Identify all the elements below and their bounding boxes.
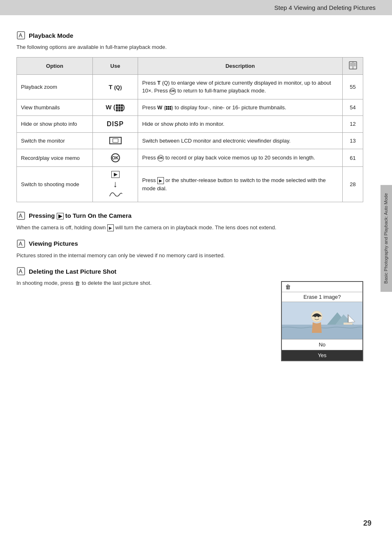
svg-point-33 <box>318 316 319 317</box>
pencil-icon-2 <box>16 211 25 220</box>
svg-rect-12 <box>17 212 25 219</box>
page-cell: 13 <box>343 132 363 149</box>
play-icon-body: ▶ <box>107 224 114 231</box>
table-row: Record/play voice memo OK Press OK to re… <box>17 149 363 167</box>
svg-line-21 <box>19 269 21 273</box>
viewing-pictures-header: Viewing Pictures <box>16 239 363 248</box>
page-number: 29 <box>363 519 371 528</box>
svg-rect-28 <box>344 323 353 325</box>
svg-rect-20 <box>17 268 25 275</box>
book-icon <box>348 61 357 70</box>
playback-mode-header: Playback Mode <box>16 31 363 40</box>
svg-line-14 <box>21 214 22 218</box>
option-cell: View thumbnails <box>17 99 93 116</box>
grid-icon-inline <box>166 106 171 110</box>
erase-dialog-image <box>282 302 362 339</box>
th-page <box>343 57 363 74</box>
svg-rect-0 <box>17 32 25 39</box>
erase-yes-button[interactable]: Yes <box>282 350 362 360</box>
erase-dialog-title: Erase 1 image? <box>282 292 362 302</box>
svg-line-2 <box>21 33 22 37</box>
erase-dialog-top: 🗑 <box>282 282 362 292</box>
table-row: View thumbnails W () Press W () to displ… <box>17 99 363 116</box>
desc-cell: Switch between LCD monitor and electroni… <box>138 132 343 149</box>
monitor-icon <box>109 137 122 144</box>
deleting-last-section: 🗑 Erase 1 image? <box>16 279 363 361</box>
svg-line-22 <box>21 269 22 273</box>
squiggle-icon <box>108 190 123 198</box>
deleting-body-prefix: In shooting mode, press <box>16 280 74 286</box>
pressing-play-title: Pressing ▶ to Turn On the Camera <box>29 212 131 219</box>
erase-dialog-svg <box>282 302 362 339</box>
svg-line-13 <box>19 214 21 218</box>
side-tab-label: Basic Photography and Playback: Auto Mod… <box>380 185 392 292</box>
svg-line-1 <box>19 33 21 37</box>
page-cell: 55 <box>343 74 363 99</box>
pencil-icon-4 <box>16 267 25 276</box>
use-cell: W () <box>93 99 138 116</box>
table-row: Switch the monitor Switch between LCD mo… <box>17 132 363 149</box>
desc-cell: Hide or show photo info in monitor. <box>138 116 343 133</box>
pencil-icon-3 <box>16 239 25 248</box>
play-icon-inline: ▶ <box>157 177 164 184</box>
shoot-icons: ▶ ↓ <box>97 171 134 198</box>
desc-cell: Press ▶ or the shutter-release button to… <box>138 167 343 202</box>
trash-icon: 🗑 <box>285 284 291 290</box>
table-row: Hide or show photo info DISP Hide or sho… <box>17 116 363 133</box>
page-cell: 61 <box>343 149 363 167</box>
main-content: Playback Mode The following options are … <box>0 15 392 369</box>
svg-line-17 <box>19 242 21 246</box>
page-cell: 54 <box>343 99 363 116</box>
monitor-inner <box>113 138 118 143</box>
desc-cell: Press OK to record or play back voice me… <box>138 149 343 167</box>
deleting-last-title: Deleting the Last Picture Shot <box>29 268 116 275</box>
header-bar: Step 4 Viewing and Deleting Pictures <box>0 0 392 15</box>
pressing-play-body: When the camera is off, holding down ▶ w… <box>16 224 363 232</box>
th-option: Option <box>17 57 93 74</box>
erase-dialog: 🗑 Erase 1 image? <box>281 281 363 361</box>
page-cell: 28 <box>343 167 363 202</box>
svg-rect-16 <box>17 240 25 247</box>
pencil-icon <box>16 31 25 40</box>
erase-dialog-wrap: 🗑 Erase 1 image? <box>281 281 363 361</box>
use-cell: T (Q) <box>93 74 138 99</box>
desc-cell: Press T (Q) to enlarge view of picture c… <box>138 74 343 99</box>
viewing-pictures-body: Pictures stored in the internal memory c… <box>16 252 363 260</box>
options-table: Option Use Description <box>16 57 363 203</box>
use-cell: DISP <box>93 116 138 133</box>
use-cell: OK <box>93 149 138 167</box>
trash-symbol-inline: 🗑 <box>75 280 82 286</box>
deleting-body-suffix: to delete the last picture shot. <box>82 280 152 286</box>
option-cell: Hide or show photo info <box>17 116 93 133</box>
desc-cell: Press W () to display four-, nine- or 16… <box>138 99 343 116</box>
play-icon-title: ▶ <box>57 213 64 219</box>
viewing-pictures-title: Viewing Pictures <box>29 240 78 247</box>
grid-icon <box>116 104 123 111</box>
use-cell: ▶ ↓ <box>93 167 138 202</box>
table-row: Playback zoom T (Q) Press T (Q) to enlar… <box>17 74 363 99</box>
use-cell <box>93 132 138 149</box>
svg-line-18 <box>21 242 22 246</box>
option-cell: Record/play voice memo <box>17 149 93 167</box>
ok-icon: OK <box>169 88 176 95</box>
ok-icon-inline: OK <box>157 155 164 162</box>
option-cell: Switch to shooting mode <box>17 167 93 202</box>
option-cell: Switch the monitor <box>17 132 93 149</box>
svg-rect-27 <box>282 325 362 339</box>
page-cell: 12 <box>343 116 363 133</box>
table-row: Switch to shooting mode ▶ ↓ Press ▶ or t… <box>17 167 363 202</box>
erase-no-button[interactable]: No <box>282 339 362 350</box>
playback-mode-body: The following options are available in f… <box>16 43 363 51</box>
playback-mode-title: Playback Mode <box>29 32 73 39</box>
svg-point-32 <box>314 316 316 317</box>
play-box-icon: ▶ <box>111 171 120 178</box>
erase-dialog-buttons: No Yes <box>282 339 362 360</box>
page-title: Step 4 Viewing and Deleting Pictures <box>274 4 376 11</box>
pressing-play-header: Pressing ▶ to Turn On the Camera <box>16 211 363 220</box>
deleting-last-header: Deleting the Last Picture Shot <box>16 267 363 276</box>
ok-button-icon: OK <box>111 153 120 162</box>
th-description: Description <box>138 57 343 74</box>
th-use: Use <box>93 57 138 74</box>
down-arrow-icon: ↓ <box>113 180 118 189</box>
option-cell: Playback zoom <box>17 74 93 99</box>
